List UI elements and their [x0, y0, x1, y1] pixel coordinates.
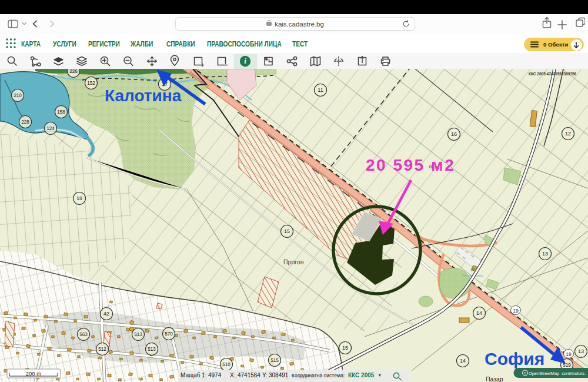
svg-text:Прогон: Прогон	[283, 258, 304, 265]
svg-text:228: 228	[21, 119, 29, 125]
svg-text:519: 519	[563, 363, 571, 368]
svg-text:152: 152	[87, 81, 95, 86]
svg-text:510: 510	[222, 362, 230, 367]
svg-text:20 595 м2: 20 595 м2	[366, 156, 455, 174]
svg-text:Координатна система:: Координатна система:	[292, 373, 345, 378]
svg-text:18: 18	[76, 195, 82, 201]
svg-text:4741564: 4741564	[238, 372, 260, 378]
svg-text:19: 19	[513, 308, 519, 314]
svg-text:308491: 308491	[269, 372, 289, 378]
svg-text:200 m: 200 m	[26, 370, 41, 377]
svg-text:11: 11	[318, 87, 323, 93]
svg-text:226: 226	[69, 69, 78, 74]
svg-text:14: 14	[476, 310, 482, 316]
svg-text:c: c	[524, 370, 526, 376]
svg-text:ККС 2005 4742055 /309756: ККС 2005 4742055 /309756	[529, 72, 577, 76]
svg-text:15: 15	[284, 228, 290, 234]
svg-text:15: 15	[342, 345, 348, 351]
svg-text:512: 512	[98, 347, 106, 352]
svg-text:42: 42	[103, 311, 109, 317]
svg-text:124: 124	[46, 126, 55, 131]
svg-text:13: 13	[578, 348, 584, 354]
svg-text:i: i	[244, 57, 246, 65]
svg-text:X:: X:	[230, 372, 235, 378]
svg-text:Пазар: Пазар	[486, 376, 503, 382]
svg-text:210: 210	[14, 93, 22, 98]
svg-text:P: P	[471, 267, 475, 273]
svg-text:Y:: Y:	[262, 372, 268, 378]
svg-text:4974: 4974	[208, 372, 222, 378]
svg-text:14: 14	[460, 358, 466, 364]
svg-text:13: 13	[542, 251, 548, 257]
svg-text:ККС 2005: ККС 2005	[348, 372, 375, 378]
svg-text:515: 515	[270, 358, 279, 363]
svg-text:▼: ▼	[377, 373, 382, 378]
svg-text:Мащаб 1:: Мащаб 1:	[181, 372, 207, 378]
svg-text:158: 158	[57, 109, 65, 115]
svg-text:513: 513	[134, 332, 142, 337]
svg-text:OpenStreetMap contributors.: OpenStreetMap contributors.	[529, 371, 586, 376]
svg-text:19: 19	[566, 351, 572, 357]
svg-text:513: 513	[148, 347, 156, 352]
svg-text:София: София	[485, 349, 544, 368]
svg-text:Калотина: Калотина	[105, 87, 182, 105]
svg-text:16: 16	[451, 131, 457, 137]
svg-text:563: 563	[79, 332, 88, 337]
svg-text:12: 12	[565, 131, 571, 137]
svg-text:570: 570	[165, 331, 173, 337]
